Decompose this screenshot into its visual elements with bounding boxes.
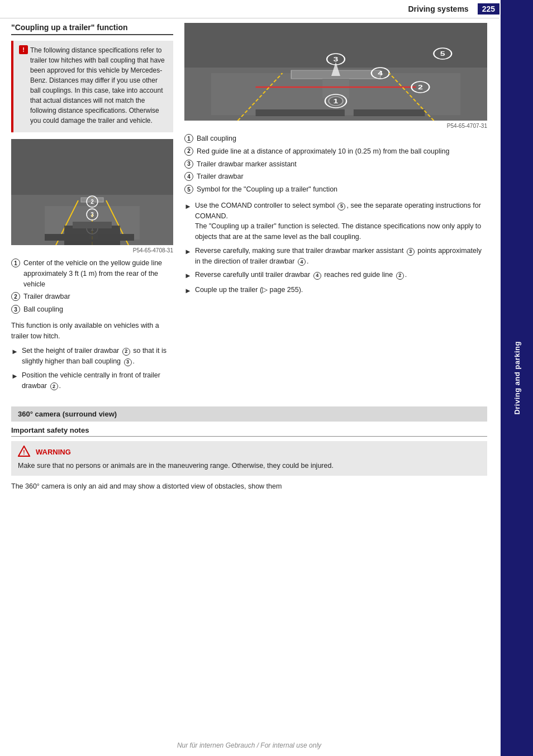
right-numbered-list: 1 Ball coupling 2 Red guide line at a di… — [184, 133, 487, 195]
list-item: 5 Symbol for the "Coupling up a trailer"… — [184, 184, 487, 195]
right-image-caption: P54-65-4707-31 — [184, 123, 487, 129]
list-item: 3 Ball coupling — [11, 304, 173, 315]
list-item: 2 Trailer drawbar — [11, 291, 173, 302]
arrow-r-icon-3: ► — [184, 270, 192, 281]
right-arrow-list: ► Use the COMAND controller to select sy… — [184, 200, 487, 296]
left-arrow-list: ► Set the height of trailer drawbar 2 so… — [11, 346, 173, 391]
list-item: ► Use the COMAND controller to select sy… — [184, 200, 487, 242]
svg-text:3: 3 — [91, 212, 94, 218]
arrow-r-item-3: Reverse carefully until trailer drawbar … — [195, 270, 407, 280]
warning-box: ! The following distance specifications … — [11, 41, 173, 132]
warning-triangle-icon: ! — [18, 446, 30, 457]
svg-rect-35 — [256, 109, 345, 116]
svg-text:1: 1 — [334, 98, 339, 104]
num-circle-1: 1 — [11, 259, 20, 267]
right-camera-view: 1 2 3 4 — [184, 23, 487, 121]
footer-watermark: Nur für internen Gebrauch / For internal… — [0, 741, 498, 749]
svg-rect-17 — [98, 234, 134, 241]
svg-text:2: 2 — [418, 84, 423, 90]
arrow-icon-1: ► — [11, 346, 18, 357]
svg-rect-36 — [354, 109, 425, 116]
important-safety-heading: Important safety notes — [11, 426, 487, 437]
svg-rect-16 — [45, 234, 89, 241]
arrow-r-item-4: Couple up the trailer (▷ page 255). — [195, 285, 303, 295]
arrow-r-item-1: Use the COMAND controller to select symb… — [195, 200, 487, 242]
arrow-r-icon-2: ► — [184, 246, 192, 257]
svg-rect-22 — [322, 79, 349, 98]
right-column: 1 2 3 4 — [184, 23, 487, 395]
num-r-2: 2 — [184, 147, 193, 156]
right-camera-image: 1 2 3 4 — [184, 23, 487, 121]
warning-header: ! The following distance specifications … — [19, 45, 168, 126]
num-r-5: 5 — [184, 185, 193, 194]
left-para: This function is only available on vehic… — [11, 320, 173, 342]
list-item: ► Set the height of trailer drawbar 2 so… — [11, 346, 173, 367]
list-item: ► Reverse carefully until trailer drawba… — [184, 270, 487, 281]
svg-text:4: 4 — [378, 70, 383, 76]
section-360-container: 360° camera (surround view) Important sa… — [11, 406, 487, 492]
warning-triangle-box: ! WARNING Make sure that no persons or a… — [11, 441, 487, 476]
svg-rect-15 — [73, 222, 112, 228]
arrow-r-item-2: Reverse carefully, making sure that trai… — [195, 246, 487, 267]
page-number: 225 — [478, 3, 499, 15]
num-circle-2: 2 — [11, 292, 20, 301]
left-numbered-list: 1 Center of the vehicle on the yellow gu… — [11, 258, 173, 315]
list-item: 1 Ball coupling — [184, 133, 487, 144]
arrow-item-2-text: Position the vehicle centrally in front … — [22, 370, 173, 391]
arrow-icon-2: ► — [11, 371, 18, 382]
item-2-text: Trailer drawbar — [23, 291, 70, 302]
num-circle-3: 3 — [11, 305, 20, 314]
left-camera-svg: 1 2 3 — [11, 139, 173, 245]
header-title: Driving systems — [408, 4, 468, 13]
section-360-heading: 360° camera (surround view) — [11, 406, 487, 422]
r-item-4: Trailer drawbar — [197, 171, 244, 182]
r-item-2: Red guide line at a distance of approxim… — [197, 146, 449, 157]
arrow-r-icon-4: ► — [184, 285, 192, 296]
page-header: Driving systems 225 — [0, 0, 499, 18]
left-camera-view: 1 2 3 — [11, 139, 173, 245]
svg-text:!: ! — [23, 449, 25, 456]
r-item-1: Ball coupling — [197, 133, 236, 144]
list-item: 1 Center of the vehicle on the yellow gu… — [11, 258, 173, 289]
num-r-3: 3 — [184, 160, 193, 169]
item-1-text: Center of the vehicle on the yellow guid… — [23, 258, 173, 289]
side-tab: Driving and parking — [501, 0, 533, 756]
warning-triangle-text: Make sure that no persons or animals are… — [18, 461, 480, 471]
warning-icon: ! — [19, 45, 28, 54]
svg-text:3: 3 — [334, 56, 339, 63]
side-tab-blue: Driving and parking — [501, 0, 533, 756]
list-item: 3 Trailer drawbar marker assistant — [184, 159, 487, 170]
list-item: 2 Red guide line at a distance of approx… — [184, 146, 487, 157]
section-heading: "Coupling up a trailer" function — [11, 23, 173, 35]
arrow-r-icon-1: ► — [184, 201, 192, 212]
num-r-1: 1 — [184, 134, 193, 143]
list-item: ► Couple up the trailer (▷ page 255). — [184, 285, 487, 296]
num-r-4: 4 — [184, 172, 193, 181]
arrow-item-1-text: Set the height of trailer drawbar 2 so t… — [22, 346, 173, 367]
left-camera-image: 1 2 3 — [11, 139, 173, 245]
r-item-3: Trailer drawbar marker assistant — [197, 159, 297, 170]
bottom-paragraph: The 360° camera is only an aid and may s… — [11, 481, 487, 492]
right-camera-svg: 1 2 3 4 — [184, 23, 487, 121]
left-image-caption: P54-65-4708-31 — [11, 247, 173, 253]
svg-text:2: 2 — [91, 199, 94, 205]
triangle-icon-container: ! — [18, 446, 30, 458]
svg-text:5: 5 — [440, 51, 446, 57]
item-3-text: Ball coupling — [23, 304, 63, 315]
list-item: ► Reverse carefully, making sure that tr… — [184, 246, 487, 267]
left-column: "Coupling up a trailer" function ! The f… — [11, 23, 173, 395]
list-item: 4 Trailer drawbar — [184, 171, 487, 182]
list-item: ► Position the vehicle centrally in fron… — [11, 370, 173, 391]
two-col-layout: "Coupling up a trailer" function ! The f… — [11, 23, 487, 395]
warning-triangle-header: ! WARNING — [18, 446, 480, 458]
main-content: "Coupling up a trailer" function ! The f… — [0, 23, 498, 508]
r-item-5: Symbol for the "Coupling up a trailer" f… — [197, 184, 337, 195]
warning-text: The following distance specifications re… — [30, 45, 168, 126]
warning-label: WARNING — [36, 448, 71, 456]
side-tab-label: Driving and parking — [513, 341, 521, 415]
